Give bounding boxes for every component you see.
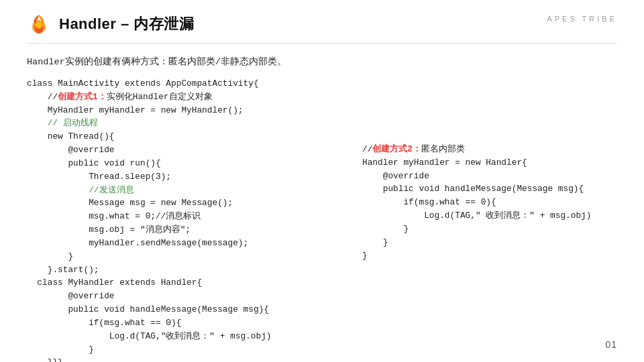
- right-column: //创建方式2：匿名内部类Handler myHandler = new Han…: [349, 56, 617, 362]
- main-content: Handler实例的创建有俩种方式：匿名内部类/非静态内部类。 class Ma…: [0, 44, 644, 362]
- page-title: Handler – 内存泄漏: [59, 14, 194, 34]
- left-code-block: class MainActivity extends AppCompatActi…: [27, 77, 349, 362]
- page-number: 01: [605, 339, 617, 350]
- right-code-block: //创建方式2：匿名内部类Handler myHandler = new Han…: [362, 143, 617, 262]
- brand-label: APES TRIBE: [547, 15, 617, 23]
- logo-icon: [27, 12, 51, 36]
- left-column: Handler实例的创建有俩种方式：匿名内部类/非静态内部类。 class Ma…: [27, 56, 349, 362]
- intro-text: Handler实例的创建有俩种方式：匿名内部类/非静态内部类。: [27, 56, 349, 68]
